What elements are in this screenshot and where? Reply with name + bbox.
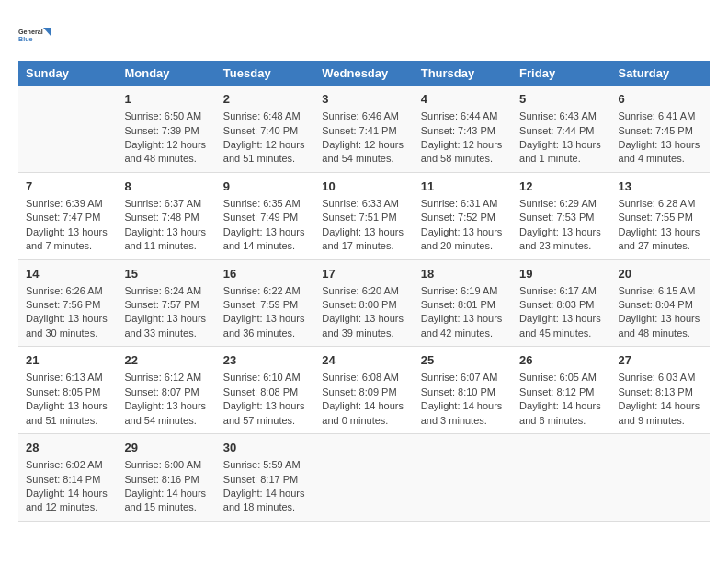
- day-info: Sunrise: 6:26 AMSunset: 7:56 PMDaylight:…: [26, 285, 108, 339]
- date-number: 1: [124, 91, 208, 108]
- day-cell: 24Sunrise: 6:08 AMSunset: 8:09 PMDayligh…: [314, 347, 413, 434]
- day-info: Sunrise: 6:17 AMSunset: 8:03 PMDaylight:…: [519, 285, 601, 339]
- day-cell: 27Sunrise: 6:03 AMSunset: 8:13 PMDayligh…: [611, 347, 710, 434]
- day-cell: 12Sunrise: 6:29 AMSunset: 7:53 PMDayligh…: [512, 172, 610, 259]
- day-info: Sunrise: 6:43 AMSunset: 7:44 PMDaylight:…: [519, 110, 601, 164]
- day-info: Sunrise: 6:29 AMSunset: 7:53 PMDaylight:…: [519, 198, 601, 251]
- date-number: 17: [322, 266, 405, 282]
- weekday-header-tuesday: Tuesday: [216, 61, 314, 86]
- date-number: 5: [519, 91, 603, 108]
- day-cell: 14Sunrise: 6:26 AMSunset: 7:56 PMDayligh…: [18, 259, 117, 347]
- day-cell: 2Sunrise: 6:48 AMSunset: 7:40 PMDaylight…: [216, 86, 314, 172]
- date-number: 7: [26, 178, 109, 195]
- weekday-header-monday: Monday: [117, 61, 215, 86]
- date-number: 21: [26, 352, 109, 369]
- day-cell: 9Sunrise: 6:35 AMSunset: 7:49 PMDaylight…: [216, 172, 314, 259]
- day-cell: 11Sunrise: 6:31 AMSunset: 7:52 PMDayligh…: [414, 172, 512, 259]
- weekday-header-thursday: Thursday: [414, 61, 512, 86]
- week-row-3: 14Sunrise: 6:26 AMSunset: 7:56 PMDayligh…: [18, 259, 710, 347]
- day-info: Sunrise: 6:24 AMSunset: 7:57 PMDaylight:…: [124, 285, 206, 339]
- day-info: Sunrise: 6:08 AMSunset: 8:09 PMDaylight:…: [322, 372, 404, 425]
- day-cell: [512, 434, 610, 522]
- day-cell: 10Sunrise: 6:33 AMSunset: 7:51 PMDayligh…: [314, 172, 413, 259]
- day-info: Sunrise: 6:28 AMSunset: 7:55 PMDaylight:…: [619, 198, 700, 251]
- day-info: Sunrise: 6:35 AMSunset: 7:49 PMDaylight:…: [223, 198, 305, 251]
- date-number: 6: [619, 91, 702, 108]
- date-number: 20: [619, 266, 702, 282]
- week-row-2: 7Sunrise: 6:39 AMSunset: 7:47 PMDaylight…: [18, 172, 710, 259]
- date-number: 2: [223, 91, 307, 108]
- day-info: Sunrise: 6:41 AMSunset: 7:45 PMDaylight:…: [619, 110, 700, 164]
- day-info: Sunrise: 6:12 AMSunset: 8:07 PMDaylight:…: [124, 372, 206, 425]
- day-info: Sunrise: 6:22 AMSunset: 7:59 PMDaylight:…: [223, 285, 305, 339]
- weekday-header-wednesday: Wednesday: [314, 61, 413, 86]
- day-cell: 20Sunrise: 6:15 AMSunset: 8:04 PMDayligh…: [611, 259, 710, 347]
- day-cell: 18Sunrise: 6:19 AMSunset: 8:01 PMDayligh…: [414, 259, 512, 347]
- day-cell: 15Sunrise: 6:24 AMSunset: 7:57 PMDayligh…: [117, 259, 215, 347]
- day-info: Sunrise: 6:05 AMSunset: 8:12 PMDaylight:…: [519, 372, 601, 425]
- day-info: Sunrise: 6:48 AMSunset: 7:40 PMDaylight:…: [223, 110, 305, 164]
- day-info: Sunrise: 6:02 AMSunset: 8:14 PMDaylight:…: [26, 459, 108, 512]
- day-info: Sunrise: 6:20 AMSunset: 8:00 PMDaylight:…: [322, 285, 404, 339]
- week-row-5: 28Sunrise: 6:02 AMSunset: 8:14 PMDayligh…: [18, 434, 710, 522]
- day-info: Sunrise: 6:13 AMSunset: 8:05 PMDaylight:…: [26, 372, 108, 425]
- day-cell: 23Sunrise: 6:10 AMSunset: 8:08 PMDayligh…: [216, 347, 314, 434]
- day-cell: 5Sunrise: 6:43 AMSunset: 7:44 PMDaylight…: [512, 86, 610, 172]
- day-cell: 30Sunrise: 5:59 AMSunset: 8:17 PMDayligh…: [216, 434, 314, 522]
- svg-text:General: General: [18, 28, 43, 36]
- day-cell: 8Sunrise: 6:37 AMSunset: 7:48 PMDaylight…: [117, 172, 215, 259]
- day-cell: [414, 434, 512, 522]
- date-number: 12: [519, 178, 603, 195]
- day-cell: [611, 434, 710, 522]
- day-info: Sunrise: 6:00 AMSunset: 8:16 PMDaylight:…: [124, 459, 206, 512]
- date-number: 30: [223, 440, 307, 456]
- day-cell: [314, 434, 413, 522]
- day-info: Sunrise: 6:44 AMSunset: 7:43 PMDaylight:…: [421, 110, 503, 164]
- day-cell: 4Sunrise: 6:44 AMSunset: 7:43 PMDaylight…: [414, 86, 512, 172]
- date-number: 11: [421, 178, 505, 195]
- weekday-header-sunday: Sunday: [18, 61, 117, 86]
- weekday-header-saturday: Saturday: [611, 61, 710, 86]
- date-number: 9: [223, 178, 307, 195]
- week-row-1: 1Sunrise: 6:50 AMSunset: 7:39 PMDaylight…: [18, 86, 710, 172]
- day-info: Sunrise: 6:15 AMSunset: 8:04 PMDaylight:…: [619, 285, 700, 339]
- date-number: 10: [322, 178, 405, 195]
- day-cell: 6Sunrise: 6:41 AMSunset: 7:45 PMDaylight…: [611, 86, 710, 172]
- day-cell: 25Sunrise: 6:07 AMSunset: 8:10 PMDayligh…: [414, 347, 512, 434]
- date-number: 27: [619, 352, 702, 369]
- day-info: Sunrise: 6:37 AMSunset: 7:48 PMDaylight:…: [124, 198, 206, 251]
- logo: GeneralBlue: [18, 18, 51, 52]
- day-cell: 1Sunrise: 6:50 AMSunset: 7:39 PMDaylight…: [117, 86, 215, 172]
- date-number: 18: [421, 266, 505, 282]
- day-info: Sunrise: 6:46 AMSunset: 7:41 PMDaylight:…: [322, 110, 404, 164]
- date-number: 8: [124, 178, 208, 195]
- day-info: Sunrise: 6:19 AMSunset: 8:01 PMDaylight:…: [421, 285, 503, 339]
- day-cell: [18, 86, 117, 172]
- day-info: Sunrise: 6:03 AMSunset: 8:13 PMDaylight:…: [619, 372, 700, 425]
- day-cell: 16Sunrise: 6:22 AMSunset: 7:59 PMDayligh…: [216, 259, 314, 347]
- date-number: 16: [223, 266, 307, 282]
- day-info: Sunrise: 6:07 AMSunset: 8:10 PMDaylight:…: [421, 372, 503, 425]
- day-info: Sunrise: 5:59 AMSunset: 8:17 PMDaylight:…: [223, 459, 305, 512]
- date-number: 13: [619, 178, 702, 195]
- day-info: Sunrise: 6:10 AMSunset: 8:08 PMDaylight:…: [223, 372, 305, 425]
- day-info: Sunrise: 6:31 AMSunset: 7:52 PMDaylight:…: [421, 198, 503, 251]
- date-number: 29: [124, 440, 208, 456]
- weekday-header-row: SundayMondayTuesdayWednesdayThursdayFrid…: [18, 61, 710, 86]
- day-cell: 22Sunrise: 6:12 AMSunset: 8:07 PMDayligh…: [117, 347, 215, 434]
- date-number: 24: [322, 352, 405, 369]
- day-cell: 7Sunrise: 6:39 AMSunset: 7:47 PMDaylight…: [18, 172, 117, 259]
- day-cell: 17Sunrise: 6:20 AMSunset: 8:00 PMDayligh…: [314, 259, 413, 347]
- date-number: 25: [421, 352, 505, 369]
- date-number: 23: [223, 352, 307, 369]
- date-number: 3: [322, 91, 405, 108]
- date-number: 4: [421, 91, 505, 108]
- date-number: 14: [26, 266, 109, 282]
- calendar-table: SundayMondayTuesdayWednesdayThursdayFrid…: [18, 61, 710, 522]
- svg-text:Blue: Blue: [18, 35, 33, 43]
- date-number: 15: [124, 266, 208, 282]
- week-row-4: 21Sunrise: 6:13 AMSunset: 8:05 PMDayligh…: [18, 347, 710, 434]
- day-info: Sunrise: 6:50 AMSunset: 7:39 PMDaylight:…: [124, 110, 206, 164]
- svg-marker-2: [43, 28, 51, 36]
- day-cell: 21Sunrise: 6:13 AMSunset: 8:05 PMDayligh…: [18, 347, 117, 434]
